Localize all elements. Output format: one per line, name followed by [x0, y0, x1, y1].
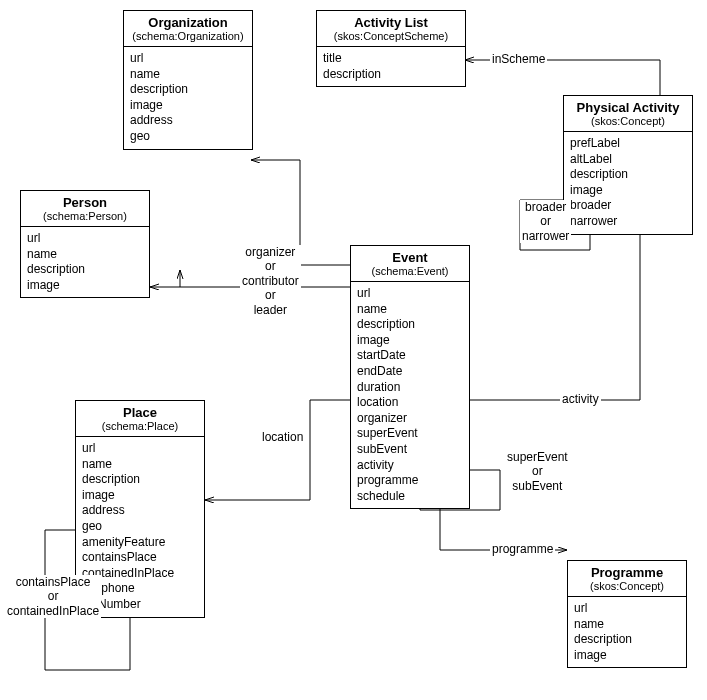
attr: startDate	[357, 348, 463, 364]
attr: programme	[357, 473, 463, 489]
attr: image	[82, 488, 198, 504]
attr: address	[130, 113, 246, 129]
edge-label-location: location	[260, 430, 305, 444]
entity-stereotype: (schema:Place)	[82, 420, 198, 432]
attr: url	[357, 286, 463, 302]
attr: subEvent	[357, 442, 463, 458]
attr: url	[27, 231, 143, 247]
attr: url	[82, 441, 198, 457]
attr: image	[27, 278, 143, 294]
entity-person: Person (schema:Person) url name descript…	[20, 190, 150, 298]
attr: prefLabel	[570, 136, 686, 152]
attr: name	[574, 617, 680, 633]
entity-body: title description	[317, 47, 465, 86]
attr: endDate	[357, 364, 463, 380]
attr: url	[130, 51, 246, 67]
entity-body: url name description image startDate end…	[351, 282, 469, 508]
entity-body: prefLabel altLabel description image bro…	[564, 132, 692, 234]
attr: description	[82, 472, 198, 488]
attr: name	[130, 67, 246, 83]
attr: superEvent	[357, 426, 463, 442]
attr: description	[574, 632, 680, 648]
entity-stereotype: (skos:Concept)	[570, 115, 686, 127]
entity-title: Physical Activity	[570, 100, 686, 115]
entity-event: Event (schema:Event) url name descriptio…	[350, 245, 470, 509]
attr: description	[357, 317, 463, 333]
entity-title: Programme	[574, 565, 680, 580]
entity-stereotype: (skos:ConceptScheme)	[323, 30, 459, 42]
entity-stereotype: (schema:Person)	[27, 210, 143, 222]
entity-title: Place	[82, 405, 198, 420]
entity-physical-activity: Physical Activity (skos:Concept) prefLab…	[563, 95, 693, 235]
attr: title	[323, 51, 459, 67]
edge-label-inscheme: inScheme	[490, 52, 547, 66]
entity-organization: Organization (schema:Organization) url n…	[123, 10, 253, 150]
edge-label-organizer: organizer or contributor or leader	[240, 245, 301, 317]
attr: amenityFeature	[82, 535, 198, 551]
edge-label-broader-narrower: broader or narrower	[520, 200, 571, 243]
attr: containsPlace	[82, 550, 198, 566]
entity-stereotype: (schema:Organization)	[130, 30, 246, 42]
entity-title: Activity List	[323, 15, 459, 30]
attr: organizer	[357, 411, 463, 427]
attr: url	[574, 601, 680, 617]
attr: address	[82, 503, 198, 519]
attr: description	[570, 167, 686, 183]
entity-title: Event	[357, 250, 463, 265]
attr: image	[574, 648, 680, 664]
entity-body: url name description image address geo	[124, 47, 252, 149]
attr: activity	[357, 458, 463, 474]
entity-body: url name description image	[568, 597, 686, 667]
attr: schedule	[357, 489, 463, 505]
attr: broader	[570, 198, 686, 214]
entity-stereotype: (schema:Event)	[357, 265, 463, 277]
attr: name	[27, 247, 143, 263]
edge-label-contains-contained: containsPlace or containedInPlace	[5, 575, 101, 618]
edge-label-activity: activity	[560, 392, 601, 406]
attr: name	[357, 302, 463, 318]
entity-stereotype: (skos:Concept)	[574, 580, 680, 592]
edge-label-programme: programme	[490, 542, 555, 556]
attr: name	[82, 457, 198, 473]
attr: geo	[82, 519, 198, 535]
attr: altLabel	[570, 152, 686, 168]
entity-title: Organization	[130, 15, 246, 30]
attr: image	[357, 333, 463, 349]
attr: narrower	[570, 214, 686, 230]
attr: location	[357, 395, 463, 411]
attr: geo	[130, 129, 246, 145]
attr: description	[27, 262, 143, 278]
entity-body: url name description image	[21, 227, 149, 297]
attr: description	[130, 82, 246, 98]
attr: image	[130, 98, 246, 114]
attr: description	[323, 67, 459, 83]
attr: image	[570, 183, 686, 199]
edge-label-super-sub-event: superEvent or subEvent	[505, 450, 570, 493]
entity-activity-list: Activity List (skos:ConceptScheme) title…	[316, 10, 466, 87]
entity-programme: Programme (skos:Concept) url name descri…	[567, 560, 687, 668]
attr: duration	[357, 380, 463, 396]
entity-title: Person	[27, 195, 143, 210]
